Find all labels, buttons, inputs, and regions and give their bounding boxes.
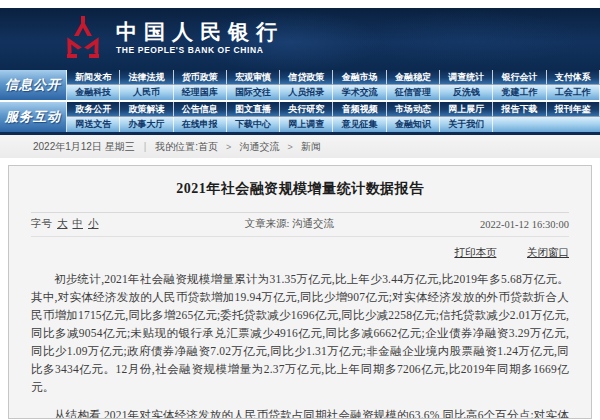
nav-filler	[547, 117, 600, 132]
nav-item[interactable]: 人员招录	[280, 85, 333, 100]
pboc-emblem-icon	[64, 16, 102, 60]
nav-item[interactable]: 国际交往	[227, 85, 280, 100]
nav-item[interactable]: 政务公开	[67, 102, 120, 117]
article-paragraph-2: 从结构看,2021年对实体经济发放的人民币贷款占同期社会融资规模的63.6%,同…	[31, 406, 569, 419]
nav-section-service: 服务互动 政务公开 政策解读 公告信息 图文直播 央行研究 音频视频 市场动态 …	[0, 102, 600, 132]
nav-item[interactable]: 网送文告	[67, 117, 120, 132]
nav-item[interactable]: 报告下载	[493, 102, 546, 117]
source-label: 文章来源:	[245, 218, 290, 229]
nav-section-info: 信息公开 新闻发布 法律法规 货币政策 宏观审慎 信贷政策 金融市场 金融稳定 …	[0, 70, 600, 100]
article-panel: 2021年社会融资规模增量统计数据报告 字号大中小 文章来源: 沟通交流 202…	[8, 165, 592, 419]
bank-title-en: THE PEOPLE'S BANK OF CHINA	[116, 44, 284, 56]
nav-item[interactable]: 网上调查	[280, 117, 333, 132]
nav-item[interactable]: 金融市场	[333, 70, 386, 85]
breadcrumb-section-link[interactable]: 沟通交流	[239, 140, 279, 154]
article-meta-row: 字号大中小 文章来源: 沟通交流 2022-01-12 16:30:00	[31, 213, 569, 237]
font-size-large-link[interactable]: 大	[57, 218, 68, 229]
breadcrumb-separator: |	[144, 141, 147, 152]
nav-item[interactable]: 支付体系	[547, 70, 600, 85]
breadcrumb: 2022年1月12日 星期三 | 我的位置:首页 > 沟通交流 > 新闻	[0, 135, 600, 158]
nav-item[interactable]: 工会工作	[547, 85, 600, 100]
nav-item[interactable]: 调查统计	[440, 70, 493, 85]
article-source: 文章来源: 沟通交流	[245, 217, 335, 231]
nav-item[interactable]: 反洗钱	[440, 85, 493, 100]
nav-item[interactable]: 报刊年鉴	[547, 102, 600, 117]
nav-item[interactable]: 银行会计	[493, 70, 546, 85]
nav-item[interactable]: 办事大厅	[120, 117, 173, 132]
nav-item[interactable]: 宏观审慎	[227, 70, 280, 85]
font-size-small-link[interactable]: 小	[88, 218, 99, 229]
nav-item[interactable]: 政策解读	[120, 102, 173, 117]
nav-item[interactable]: 金融知识	[387, 117, 440, 132]
font-size-medium-link[interactable]: 中	[73, 218, 84, 229]
nav-item[interactable]: 关于我们	[440, 117, 493, 132]
top-strip	[0, 0, 600, 8]
nav-item[interactable]: 网上展厅	[440, 102, 493, 117]
article-title: 2021年社会融资规模增量统计数据报告	[9, 166, 591, 198]
nav-item[interactable]: 音频视频	[333, 102, 386, 117]
breadcrumb-date: 2022年1月12日 星期三	[33, 140, 135, 154]
font-size-label: 字号	[31, 218, 52, 229]
nav-item[interactable]: 在线申报	[174, 117, 227, 132]
breadcrumb-arrow-icon: >	[226, 142, 231, 152]
nav-item[interactable]: 法律法规	[120, 70, 173, 85]
nav-item[interactable]: 信贷政策	[280, 70, 333, 85]
breadcrumb-home-link[interactable]: 首页	[198, 140, 218, 154]
article-datetime: 2022-01-12 16:30:00	[480, 219, 569, 230]
close-window-link[interactable]: 关闭窗口	[527, 247, 569, 258]
nav-item[interactable]: 意见征集	[333, 117, 386, 132]
nav-item[interactable]: 金融科技	[67, 85, 120, 100]
pboc-logo[interactable]: 中国人民银行 THE PEOPLE'S BANK OF CHINA	[64, 16, 284, 60]
font-size-control: 字号大中小	[31, 217, 99, 231]
breadcrumb-arrow-icon: >	[287, 142, 292, 152]
print-page-link[interactable]: 打印本页	[454, 247, 496, 258]
nav-item[interactable]: 征信管理	[387, 85, 440, 100]
nav-item[interactable]: 公告信息	[174, 102, 227, 117]
nav-item[interactable]: 央行研究	[280, 102, 333, 117]
page: 中国人民银行 THE PEOPLE'S BANK OF CHINA 信息公开 新…	[0, 0, 600, 420]
nav-item[interactable]: 金融稳定	[387, 70, 440, 85]
nav-header-service-interaction[interactable]: 服务互动	[0, 102, 67, 132]
nav-filler	[493, 117, 546, 132]
nav-item[interactable]: 新闻发布	[67, 70, 120, 85]
article-actions: 打印本页 关闭窗口	[31, 246, 569, 260]
nav-item[interactable]: 图文直播	[227, 102, 280, 117]
breadcrumb-page-link[interactable]: 新闻	[301, 140, 321, 154]
site-banner: 中国人民银行 THE PEOPLE'S BANK OF CHINA	[0, 8, 600, 70]
source-value: 沟通交流	[292, 218, 334, 229]
article-paragraph-1: 初步统计,2021年社会融资规模增量累计为31.35万亿元,比上年少3.44万亿…	[31, 270, 569, 396]
nav-item[interactable]: 学术交流	[333, 85, 386, 100]
main-nav: 信息公开 新闻发布 法律法规 货币政策 宏观审慎 信贷政策 金融市场 金融稳定 …	[0, 70, 600, 135]
breadcrumb-location-label: 我的位置:	[155, 140, 198, 154]
nav-item[interactable]: 货币政策	[174, 70, 227, 85]
nav-item[interactable]: 市场动态	[387, 102, 440, 117]
nav-header-info-disclosure[interactable]: 信息公开	[0, 70, 67, 100]
nav-item[interactable]: 下载中心	[227, 117, 280, 132]
nav-item[interactable]: 经理国库	[174, 85, 227, 100]
nav-item[interactable]: 党建工作	[493, 85, 546, 100]
bank-title-cn: 中国人民银行	[116, 20, 284, 44]
nav-item[interactable]: 人民币	[120, 85, 173, 100]
